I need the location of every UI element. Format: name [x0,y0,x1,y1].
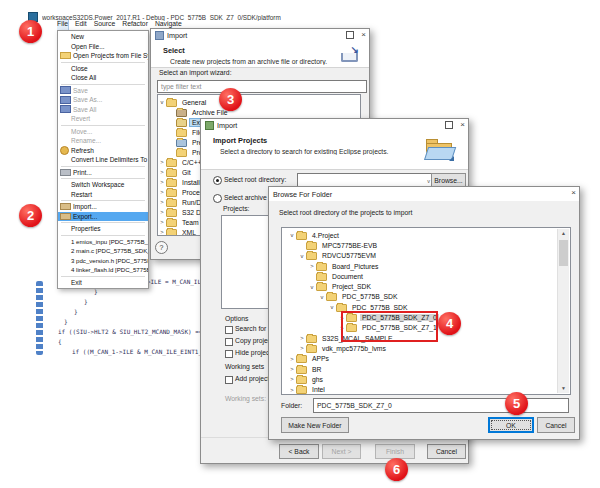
menu-item-save-all[interactable]: Save All [58,105,148,115]
menu-item-label: 2 main.c [PDC_5775B_SDK_Z7_0/Source [71,247,148,254]
collapse-arrow-icon[interactable]: v [328,304,336,310]
expand-arrow-icon[interactable]: > [158,159,166,165]
menu-item-4-linker-flash-ld-pdc-5775b-sdk-z7-0[interactable]: 4 linker_flash.ld [PDC_5775B_SDK_Z7_0 [58,265,148,275]
finish-button[interactable]: Finish [375,444,415,459]
tree-item-archive-file[interactable]: Archive File [158,107,360,117]
menu-item-exit[interactable]: Exit [58,278,148,288]
close-icon[interactable]: × [361,31,366,39]
expand-arrow-icon[interactable]: > [308,263,316,269]
collapse-arrow-icon[interactable]: v [158,99,166,105]
menu-item-2-main-c-pdc-5775b-sdk-z7-0-source[interactable]: 2 main.c [PDC_5775B_SDK_Z7_0/Source [58,246,148,256]
projects-label: Projects: [223,205,249,212]
browse-cancel-button[interactable]: Cancel [537,417,575,433]
import-wizard-label: Select an import wizard: [159,69,232,76]
tree-item-mpc5775be-evb[interactable]: MPC5775BE-EVB [288,240,556,250]
menu-item-save[interactable]: Save [58,86,148,96]
tree-item-document[interactable]: Document [288,271,556,281]
menu-item-new[interactable]: New [58,32,148,42]
expand-arrow-icon[interactable]: > [298,335,306,341]
menubar-item-refactor[interactable]: Refactor [122,20,148,30]
expand-arrow-icon[interactable]: > [158,169,166,175]
make-new-folder-button[interactable]: Make New Folder [281,417,349,433]
back-button[interactable]: < Back [279,444,319,459]
tree-item-general[interactable]: vGeneral [158,97,360,107]
folder-input[interactable]: PDC_5775B_SDK_Z7_0 [313,398,569,413]
cancel-button[interactable]: Cancel [427,444,466,459]
scroll-up-icon[interactable]: ▲ [558,229,569,238]
hide-projects-checkbox[interactable] [225,350,233,358]
menubar-item-source[interactable]: Source [94,20,116,30]
select-root-directory-radio[interactable] [213,176,222,185]
select-archive-file-radio[interactable] [213,194,222,203]
menu-item-open-file[interactable]: Open File... [58,42,148,52]
tree-item-rdvcu5775evm[interactable]: vRDVCU5775EVM [288,251,556,261]
menubar-item-edit[interactable]: Edit [75,20,87,30]
expand-arrow-icon[interactable]: > [158,199,166,205]
menu-item-move[interactable]: Move... [58,127,148,137]
expand-arrow-icon[interactable]: > [158,189,166,195]
expand-arrow-icon[interactable]: > [288,356,296,362]
expand-arrow-icon[interactable]: > [158,219,166,225]
menu-separator [61,84,145,85]
folder-icon [166,199,177,207]
tree-item-apps[interactable]: >APPs [288,354,556,364]
scrollbar-thumb[interactable] [559,240,568,266]
folder-icon [296,232,307,240]
expand-arrow-icon[interactable]: > [158,179,166,185]
menu-item-close-all[interactable]: Close All [58,73,148,83]
tree-item-project-sdk[interactable]: vProject_SDK [288,281,556,291]
menu-item-revert[interactable]: Revert [58,114,148,124]
menubar-item-file[interactable]: File [57,20,68,30]
expand-arrow-icon[interactable]: > [158,209,166,215]
menu-item-convert-line-delimiters-to[interactable]: Convert Line Delimiters To [58,155,148,165]
tree-item-4-project[interactable]: v4.Project [288,230,556,240]
close-icon[interactable]: × [460,121,465,129]
expand-arrow-icon[interactable]: > [158,229,166,235]
browse-dialog-titlebar[interactable]: Browse For Folder × [269,187,579,201]
expand-arrow-icon[interactable]: > [298,345,306,351]
menu-item-import[interactable]: Import... [58,202,148,212]
menu-item-close[interactable]: Close [58,64,148,74]
close-icon[interactable]: × [571,189,576,197]
menu-item-3-pdc-version-h-pdc-5775b-sdk-z7-0[interactable]: 3 pdc_version.h [PDC_5775B_SDK_Z7_0/ [58,256,148,266]
menu-item-properties[interactable]: Properties [58,224,148,234]
menu-item-rename[interactable]: Rename... [58,136,148,146]
menu-item-open-projects-from-file-system[interactable]: Open Projects from File System... [58,51,148,61]
menu-item-switch-workspace[interactable]: Switch Workspace [58,180,148,190]
add-working-sets-checkbox[interactable] [225,376,233,384]
menu-separator [61,62,145,63]
collapse-arrow-icon[interactable]: v [308,284,316,290]
tree-item-vdk-mpc5775b-lvms[interactable]: >vdk_mpc5775b_lvms [288,343,556,353]
menu-item-print[interactable]: Print... [58,168,148,178]
ok-button[interactable]: OK [488,417,534,433]
select-dialog-titlebar[interactable]: Import × [151,29,369,42]
tree-item-ghs[interactable]: >ghs [288,374,556,384]
tree-item-label: Project_SDK [330,283,373,290]
tree-item-pdc-5775b-sdk[interactable]: vPDC_5775B_SDK [288,292,556,302]
menu-item-restart[interactable]: Restart [58,190,148,200]
expand-arrow-icon[interactable]: > [288,376,296,382]
next-button[interactable]: Next > [322,444,361,459]
maximize-icon[interactable] [346,31,354,39]
menu-item-refresh[interactable]: Refresh [58,146,148,156]
menu-item-label: Convert Line Delimiters To [71,156,147,163]
copy-projects-checkbox[interactable] [225,338,233,346]
menu-item-save-as[interactable]: Save As... [58,95,148,105]
collapse-arrow-icon[interactable]: v [288,232,296,238]
help-button[interactable]: ? [155,241,168,254]
menu-item-export[interactable]: Export... [58,212,148,222]
tree-item-board-pictures[interactable]: >Board_Pictures [288,261,556,271]
expand-arrow-icon[interactable]: > [288,387,296,393]
scroll-down-icon[interactable]: ▼ [558,384,569,393]
tree-scrollbar[interactable]: ▲ ▼ [557,229,569,393]
menu-item-1-emios-inpu-pdc-5775b-sdk-z7-0-sd[interactable]: 1 emios_inpu [PDC_5775B_SDK_Z7_0/SD [58,237,148,247]
search-nested-checkbox[interactable] [225,326,233,334]
menu-item-label: Refresh [71,147,94,154]
tree-item-br[interactable]: >BR [288,364,556,374]
filter-input[interactable]: type filter text [157,80,367,93]
collapse-arrow-icon[interactable]: v [318,294,326,300]
expand-arrow-icon[interactable]: > [288,366,296,372]
import-projects-titlebar[interactable]: Import × [201,119,468,132]
collapse-arrow-icon[interactable]: v [298,253,306,259]
maximize-icon[interactable] [445,121,453,129]
